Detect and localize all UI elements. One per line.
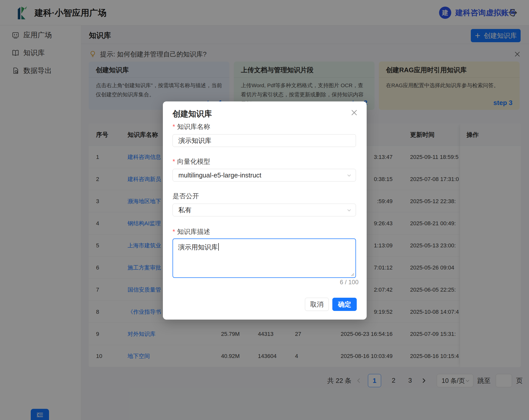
required-asterisk: * — [173, 228, 175, 235]
confirm-button[interactable]: 确定 — [332, 298, 357, 311]
text-caret — [218, 243, 219, 251]
kb-name-input[interactable]: 演示知识库 — [173, 134, 356, 147]
modal-title: 创建知识库 — [173, 109, 212, 119]
required-asterisk: * — [173, 158, 175, 165]
kb-name-value: 演示知识库 — [178, 137, 211, 144]
required-asterisk: * — [173, 123, 175, 130]
kb-description-label: *知识库描述 — [173, 227, 210, 237]
visibility-select[interactable]: 私有 — [173, 204, 356, 216]
visibility-value: 私有 — [178, 206, 192, 214]
app-window: 建科·小智应用广场 建 建科咨询虚拟账号 应用广场 — [0, 0, 529, 420]
create-kb-modal: 创建知识库 *知识库名称 演示知识库 *向量化模型 multilingual-e… — [163, 101, 367, 320]
kb-description-value: 演示用知识库 — [178, 243, 218, 251]
embedding-model-value: multilingual-e5-large-instruct — [178, 171, 261, 179]
cancel-button[interactable]: 取消 — [305, 298, 329, 311]
chevron-down-icon — [347, 208, 352, 213]
kb-name-label: *知识库名称 — [173, 122, 210, 132]
embedding-model-label: *向量化模型 — [173, 156, 210, 167]
char-counter: 6 / 100 — [340, 279, 359, 286]
embedding-model-select[interactable]: multilingual-e5-large-instruct — [173, 169, 356, 182]
modal-close-icon[interactable] — [350, 108, 359, 117]
chevron-down-icon — [347, 173, 352, 178]
kb-description-textarea[interactable]: 演示用知识库 — [173, 238, 356, 278]
visibility-label: 是否公开 — [173, 191, 199, 201]
resize-handle-icon[interactable] — [350, 272, 354, 276]
